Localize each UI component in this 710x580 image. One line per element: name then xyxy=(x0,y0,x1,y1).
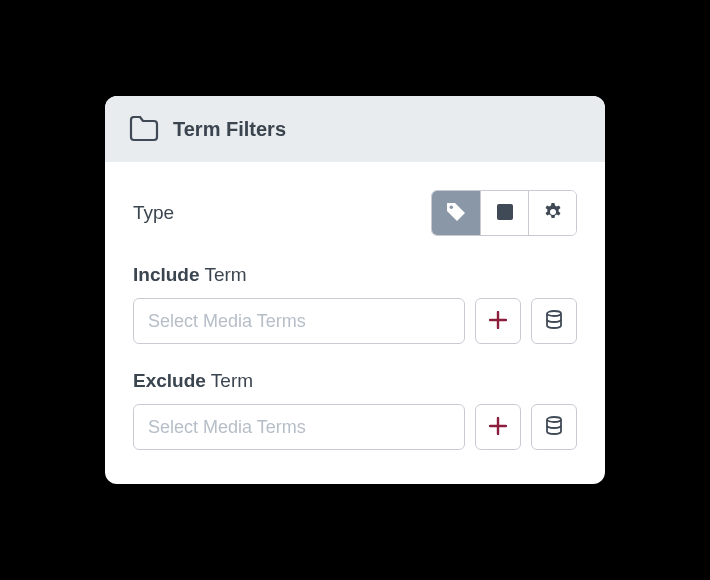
include-row xyxy=(133,298,577,344)
type-option-square[interactable] xyxy=(480,191,528,235)
include-database-button[interactable] xyxy=(531,298,577,344)
square-icon xyxy=(497,204,513,223)
folder-icon xyxy=(129,116,159,142)
card-header: Term Filters xyxy=(105,96,605,162)
database-icon xyxy=(545,416,563,439)
svg-point-0 xyxy=(450,205,453,208)
svg-point-2 xyxy=(547,311,561,316)
include-term-input[interactable] xyxy=(133,298,465,344)
gear-icon xyxy=(543,202,563,225)
svg-point-3 xyxy=(547,417,561,422)
exclude-label-strong: Exclude xyxy=(133,370,206,391)
svg-rect-1 xyxy=(497,204,513,220)
type-option-tag[interactable] xyxy=(432,191,480,235)
plus-icon xyxy=(489,311,507,332)
type-label: Type xyxy=(133,202,174,224)
term-filters-card: Term Filters Type xyxy=(105,96,605,484)
include-label: Include Term xyxy=(133,264,577,286)
type-segmented-control xyxy=(431,190,577,236)
tag-icon xyxy=(446,202,466,225)
type-option-gear[interactable] xyxy=(528,191,576,235)
include-add-button[interactable] xyxy=(475,298,521,344)
card-title: Term Filters xyxy=(173,118,286,141)
type-row: Type xyxy=(133,190,577,236)
exclude-label-rest: Term xyxy=(206,370,253,391)
exclude-label: Exclude Term xyxy=(133,370,577,392)
exclude-add-button[interactable] xyxy=(475,404,521,450)
exclude-database-button[interactable] xyxy=(531,404,577,450)
include-label-strong: Include xyxy=(133,264,200,285)
exclude-row xyxy=(133,404,577,450)
exclude-term-input[interactable] xyxy=(133,404,465,450)
include-label-rest: Term xyxy=(200,264,247,285)
plus-icon xyxy=(489,417,507,438)
card-body: Type Inclu xyxy=(105,162,605,484)
database-icon xyxy=(545,310,563,333)
